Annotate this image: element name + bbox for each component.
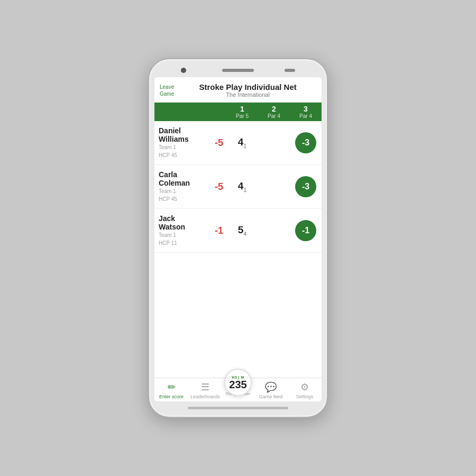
nav-settings[interactable]: ⚙ Settings	[288, 378, 322, 401]
hole-header-1: 1 Par 5	[226, 103, 258, 121]
hole-header-name-col	[154, 103, 201, 121]
game-feed-icon: 💬	[265, 381, 277, 393]
speaker	[222, 69, 254, 72]
phone-screen: Leave Game Stroke Play Individual Net Th…	[154, 77, 322, 401]
leave-game-button[interactable]: Leave Game	[160, 84, 174, 97]
game-title: Stroke Play Individual Net	[179, 83, 316, 91]
screen-header: Leave Game Stroke Play Individual Net Th…	[154, 77, 322, 103]
game-subtitle: The International	[179, 91, 316, 98]
hole-header-row: 1 Par 5 2 Par 4 3 Par 4	[154, 103, 322, 121]
header-title-block: Stroke Play Individual Net The Internati…	[179, 83, 316, 98]
leaderboards-icon: ☰	[201, 381, 209, 393]
game-label: Game	[160, 90, 174, 97]
player-name-3: Jack Watson	[159, 214, 197, 231]
player-hole1-2: 41	[226, 180, 258, 193]
player-name-2: Carla Coleman	[159, 170, 197, 187]
game-feed-label: Game feed	[259, 394, 283, 399]
player-row[interactable]: Jack Watson Team 1 HCP 11 -1 54 -1	[154, 209, 322, 253]
player-name-1: Daniel Williams	[159, 126, 197, 143]
camera	[181, 68, 186, 73]
enter-score-icon: ✏	[168, 381, 176, 393]
settings-label: Settings	[296, 394, 314, 399]
nav-game-feed[interactable]: 💬 Game feed	[254, 378, 288, 401]
phone-device: Leave Game Stroke Play Individual Net Th…	[148, 58, 328, 418]
front-sensor	[285, 69, 295, 72]
nav-leaderboards[interactable]: ☰ Leaderboards	[188, 378, 222, 401]
player-info-1: Daniel Williams Team 1 HCP 45	[154, 121, 201, 164]
phone-top-bar	[154, 69, 322, 72]
player-meta-1: Team 1 HCP 45	[159, 143, 197, 159]
player-total-2: -5	[201, 181, 226, 193]
hole-header-2: 2 Par 4	[258, 103, 290, 121]
nav-enter-score[interactable]: ✏ Enter score	[154, 378, 188, 401]
player-row[interactable]: Carla Coleman Team 1 HCP 45 -5 41 -3	[154, 165, 322, 209]
range-finder-number: 235	[229, 379, 246, 390]
player-hole3-1: -3	[290, 132, 322, 153]
player-hole3-2: -3	[290, 176, 322, 197]
range-finder-bubble: H3 | M 235	[224, 369, 252, 396]
phone-bottom-bar	[188, 407, 288, 409]
players-list: Daniel Williams Team 1 HCP 45 -5 41 -3	[154, 121, 322, 378]
enter-score-label: Enter score	[159, 394, 184, 399]
player-info-3: Jack Watson Team 1 HCP 11	[154, 209, 201, 252]
nav-range-finder[interactable]: H3 | M 235 Range finder	[222, 378, 254, 401]
bottom-nav: ✏ Enter score ☰ Leaderboards H3 | M 235 …	[154, 378, 322, 401]
hole-header-3: 3 Par 4	[290, 103, 322, 121]
leaderboards-label: Leaderboards	[190, 394, 220, 399]
player-info-2: Carla Coleman Team 1 HCP 45	[154, 165, 201, 208]
player-meta-2: Team 1 HCP 45	[159, 187, 197, 203]
player-total-3: -1	[201, 225, 226, 236]
settings-icon: ⚙	[300, 381, 309, 393]
player-meta-3: Team 1 HCP 11	[159, 231, 197, 247]
player-total-1: -5	[201, 138, 226, 149]
player-hole1-3: 54	[226, 224, 258, 237]
player-hole3-3: -1	[290, 220, 322, 241]
leave-label: Leave	[160, 84, 174, 90]
player-hole1-1: 41	[226, 136, 258, 149]
player-row[interactable]: Daniel Williams Team 1 HCP 45 -5 41 -3	[154, 121, 322, 165]
hole-header-score-col	[201, 103, 226, 121]
